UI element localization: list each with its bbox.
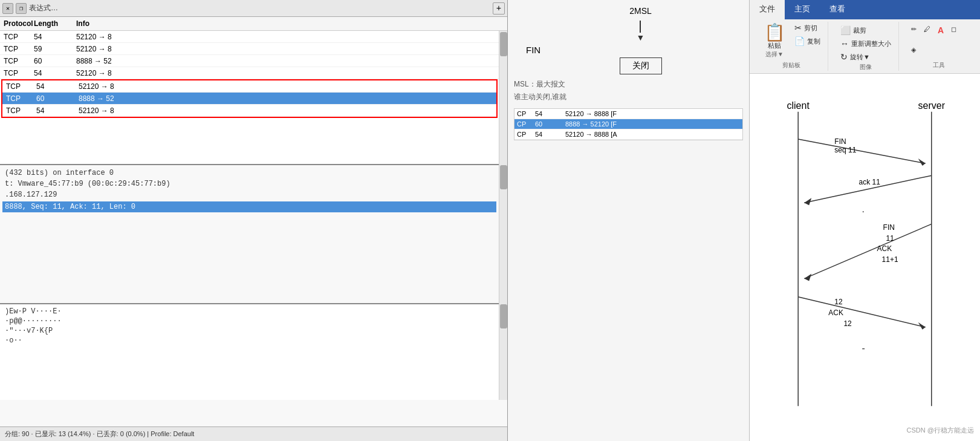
copy-button[interactable]: 📄 复制 [792,35,823,47]
packet-details-container: (432 bits) on interface 0 t: Vmware_45:7… [0,164,507,303]
rotate-button[interactable]: ↻ 旋转▼ [838,51,894,63]
proto-cell: TCP [5,94,35,103]
resize-button[interactable]: ↔ 重新调整大小 [838,38,894,50]
rotate-icon: ↻ [840,52,848,62]
crop-label: 裁剪 [853,26,866,35]
fin-state-label: FIN [526,45,540,55]
mini-proto: CP [517,110,535,117]
tools-label: 工具 [933,61,945,71]
hex-row: )Ew·P V····E· [5,307,494,316]
table-row[interactable]: TCP 54 52120 → 8888 [ACK] Seq=12 Ack=12 … [2,105,496,117]
packet-list[interactable]: TCP 54 52120 → 8888 [ACK] Seq=6 Ack=6 Wi… [0,31,499,164]
fin-seq-label: seq 11 [834,146,856,154]
resize-label: 重新调整大小 [851,39,891,48]
len-cell: 60 [33,56,75,66]
info-cell: 52120 → 8888 [PSH, ACK] Seq=6 Ack=6 Win=… [75,44,111,54]
pencil-icon: ✏ [911,25,917,33]
len-cell: 54 [33,68,75,78]
hex-panel-container: )Ew·P V····E· ·p@@········· ·"···v7·K{P … [0,303,507,400]
resize-icon: ↔ [840,39,849,48]
packet-table-header: Protocol Length Info [0,17,507,31]
hex-scrollbar[interactable] [499,303,507,400]
cut-button[interactable]: ✂ 剪切 [792,22,823,34]
brush-button[interactable]: 🖊 [921,24,933,34]
right-panel: 文件 主页 查看 📋 粘贴 选择▼ ✂ 剪切 📄 [750,0,980,441]
pencil-button[interactable]: ✏ [909,24,919,34]
table-row[interactable]: TCP 54 52120 → 8888 [FIN, ACK] Seq=11 Ac… [2,80,496,93]
detail-row: t: Vmware_45:77:b9 (00:0c:29:45:77:b9) [5,178,494,189]
scrollbar-thumb[interactable] [500,32,507,56]
len-cell: 54 [35,106,77,116]
drawing-canvas[interactable]: client server FIN seq 11 ack 11 FIN 11 [750,74,980,441]
mini-table-row[interactable]: CP 54 52120 → 8888 [A [514,129,742,140]
text-icon: A [938,25,944,35]
fin-label: FIN [834,137,846,146]
tcp-state-section: 2MSL ▼ FIN 关闭 MSL：最大报文 谁主动关闭,谁就 [514,6,743,102]
info-cell: 52120 → 8888 [ACK] Seq=11 Ack=11 Win=105… [75,68,111,78]
table-row[interactable]: TCP 60 8888 → 52120 [FIN, ACK] Seq=11 Ac… [2,93,496,105]
ack12-arrow-line [798,297,926,327]
filter-title: 表达式… [29,3,490,13]
details-scrollbar[interactable] [499,164,507,303]
ack2-val: 11+1 [882,255,898,264]
fill-button[interactable]: ◈ [909,45,918,55]
ack12-label: ACK [828,309,843,317]
image-group: ⬜ 裁剪 ↔ 重新调整大小 ↻ 旋转▼ 图像 [833,22,899,71]
ack12-seq: 12 [834,298,843,306]
close-window-icon[interactable]: ✕ [2,3,13,14]
add-filter-button[interactable]: + [493,2,505,15]
mini-table-row[interactable]: CP 60 8888 → 52120 [F [514,119,742,129]
proto-cell: TCP [2,56,33,66]
bottom-dash: - [862,342,865,353]
close-box: 关闭 [620,57,662,74]
scrollbar-thumb[interactable] [500,304,507,328]
down-arrow: ▼ [637,21,645,42]
paste-icon: 📋 [764,24,785,41]
mini-table-row[interactable]: CP 54 52120 → 8888 [F [514,109,742,119]
crop-button[interactable]: ⬜ 裁剪 [838,24,894,36]
eraser-button[interactable]: ◻ [949,24,959,34]
rotate-label: 旋转▼ [850,53,870,62]
scrollbar-thumb[interactable] [500,165,507,189]
paste-label: 粘贴 [768,41,781,50]
status-text: 分组: 90 · 已显示: 13 (14.4%) · 已丢弃: 0 (0.0%)… [5,430,194,439]
info-cell: 52120 → 8888 [ACK] Seq=12 Ack=12 Win=105… [77,106,114,116]
packet-details[interactable]: (432 bits) on interface 0 t: Vmware_45:7… [0,164,499,303]
packet-list-scrollbar[interactable] [499,31,507,164]
mini-len: 60 [535,120,565,128]
spacer [0,400,507,426]
len-cell: 54 [33,32,75,42]
watermark: CSDN @行稳方能走远 [907,426,974,435]
table-row[interactable]: TCP 54 52120 → 8888 [ACK] Seq=6 Ack=6 Wi… [0,31,499,43]
info-cell: 8888 → 52120 [PSH, ACK] Seq=6 Ack=11 Win… [75,56,111,66]
len-cell: 59 [33,44,75,54]
hex-panel[interactable]: )Ew·P V····E· ·p@@········· ·"···v7·K{P … [0,303,499,400]
tab-file[interactable]: 文件 [750,0,785,19]
detail-row: (432 bits) on interface 0 [5,168,494,178]
msl-text: MSL：最大报文 [514,79,565,90]
col-protocol: Protocol [2,18,33,29]
paste-sub: 选择▼ [765,50,784,59]
proto-cell: TCP [2,68,33,78]
restore-window-icon[interactable]: ❐ [16,3,27,14]
tab-home[interactable]: 主页 [785,0,820,19]
mini-packet-table: CP 54 52120 → 8888 [F CP 60 8888 → 52120… [514,108,743,140]
paste-button[interactable]: 📋 粘贴 选择▼ [759,22,790,61]
brush-icon: 🖊 [924,25,930,33]
mini-info: 8888 → 52120 [F [565,120,740,128]
image-btns: ⬜ 裁剪 ↔ 重新调整大小 ↻ 旋转▼ [838,24,894,63]
table-row[interactable]: TCP 60 8888 → 52120 [PSH, ACK] Seq=6 Ack… [0,55,499,67]
wireshark-topbar: ✕ ❐ 表达式… + [0,0,507,17]
detail-selected-row[interactable]: 8888, Seq: 11, Ack: 11, Len: 0 [2,201,496,212]
table-row[interactable]: TCP 59 52120 → 8888 [PSH, ACK] Seq=6 Ack… [0,43,499,55]
info-cell: 52120 → 8888 [FIN, ACK] Seq=11 Ack=11 Wi… [77,82,114,91]
image-label: 图像 [860,63,872,73]
copy-icon: 📄 [794,36,805,46]
middle-panel: 2MSL ▼ FIN 关闭 MSL：最大报文 谁主动关闭,谁就 CP 54 52… [508,0,750,441]
text-button[interactable]: A [935,24,946,36]
mini-proto: CP [517,131,535,138]
tab-view[interactable]: 查看 [820,0,855,19]
arrow-head-icon: ▼ [637,33,645,42]
finack-arrow-head [804,274,811,281]
table-row[interactable]: TCP 54 52120 → 8888 [ACK] Seq=11 Ack=11 … [0,67,499,79]
